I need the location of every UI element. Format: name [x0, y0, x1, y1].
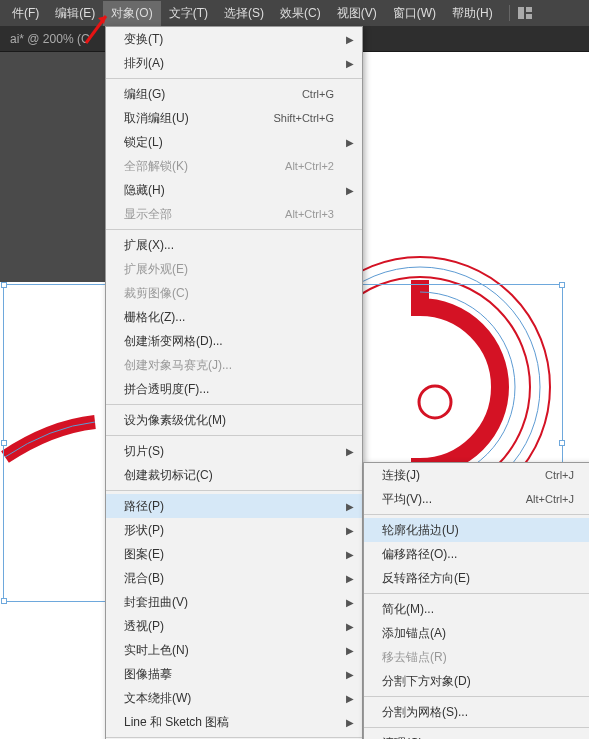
- object-menu-item-3[interactable]: 编组(G)Ctrl+G: [106, 82, 362, 106]
- submenu-arrow-icon: ▶: [346, 137, 354, 148]
- menu-window[interactable]: 窗口(W): [385, 1, 444, 26]
- object-menu-item-13[interactable]: 栅格化(Z)...: [106, 305, 362, 329]
- path-submenu-item-12[interactable]: 分割为网格(S)...: [364, 700, 589, 724]
- submenu-arrow-icon: ▶: [346, 717, 354, 728]
- path-submenu-item-1[interactable]: 平均(V)...Alt+Ctrl+J: [364, 487, 589, 511]
- svg-rect-0: [518, 7, 524, 19]
- object-menu-item-label: 取消编组(U): [124, 110, 253, 127]
- object-menu-item-shortcut: Alt+Ctrl+2: [285, 160, 334, 172]
- object-menu-item-27[interactable]: 封套扭曲(V)▶: [106, 590, 362, 614]
- object-menu-item-29[interactable]: 实时上色(N)▶: [106, 638, 362, 662]
- object-menu-item-1[interactable]: 排列(A)▶: [106, 51, 362, 75]
- object-menu-item-14[interactable]: 创建渐变网格(D)...: [106, 329, 362, 353]
- submenu-arrow-icon: ▶: [346, 597, 354, 608]
- menu-effect[interactable]: 效果(C): [272, 1, 329, 26]
- svg-rect-2: [526, 14, 532, 19]
- object-menu-item-20[interactable]: 切片(S)▶: [106, 439, 362, 463]
- submenu-arrow-icon: ▶: [346, 34, 354, 45]
- path-submenu-item-label: 移去锚点(R): [382, 649, 574, 666]
- artboard-background: [0, 52, 105, 282]
- menu-object[interactable]: 对象(O): [103, 1, 160, 26]
- svg-rect-1: [526, 7, 532, 12]
- path-submenu-item-5[interactable]: 反转路径方向(E): [364, 566, 589, 590]
- object-menu-item-5[interactable]: 锁定(L)▶: [106, 130, 362, 154]
- menu-file[interactable]: 件(F): [4, 1, 47, 26]
- selection-handle-mr[interactable]: [559, 440, 565, 446]
- menu-help[interactable]: 帮助(H): [444, 1, 501, 26]
- object-menu-item-32[interactable]: Line 和 Sketch 图稿▶: [106, 710, 362, 734]
- object-menu-dropdown: 变换(T)▶排列(A)▶编组(G)Ctrl+G取消编组(U)Shift+Ctrl…: [105, 26, 363, 739]
- path-submenu-item-label: 偏移路径(O)...: [382, 546, 574, 563]
- object-menu-item-label: 显示全部: [124, 206, 265, 223]
- selection-handle-ml[interactable]: [1, 440, 7, 446]
- object-menu-item-label: 形状(P): [124, 522, 334, 539]
- object-menu-item-18[interactable]: 设为像素级优化(M): [106, 408, 362, 432]
- path-submenu-item-0[interactable]: 连接(J)Ctrl+J: [364, 463, 589, 487]
- object-menu-item-label: 扩展外观(E): [124, 261, 334, 278]
- path-submenu-item-label: 分割下方对象(D): [382, 673, 574, 690]
- submenu-arrow-icon: ▶: [346, 185, 354, 196]
- submenu-arrow-icon: ▶: [346, 549, 354, 560]
- object-menu-separator: [106, 490, 362, 491]
- object-menu-item-label: 隐藏(H): [124, 182, 334, 199]
- object-menu-item-11: 扩展外观(E): [106, 257, 362, 281]
- object-menu-item-shortcut: Ctrl+G: [302, 88, 334, 100]
- path-submenu-item-9: 移去锚点(R): [364, 645, 589, 669]
- object-menu-item-label: 裁剪图像(C): [124, 285, 334, 302]
- menu-view[interactable]: 视图(V): [329, 1, 385, 26]
- object-menu-separator: [106, 78, 362, 79]
- object-menu-item-16[interactable]: 拼合透明度(F)...: [106, 377, 362, 401]
- path-submenu-item-14[interactable]: 清理(C)...: [364, 731, 589, 739]
- object-menu-item-label: 创建裁切标记(C): [124, 467, 334, 484]
- menu-type[interactable]: 文字(T): [161, 1, 216, 26]
- object-menu-item-label: 编组(G): [124, 86, 282, 103]
- path-submenu-item-label: 反转路径方向(E): [382, 570, 574, 587]
- object-menu-item-24[interactable]: 形状(P)▶: [106, 518, 362, 542]
- path-submenu-item-3[interactable]: 轮廓化描边(U): [364, 518, 589, 542]
- object-menu-item-label: 切片(S): [124, 443, 334, 460]
- path-submenu-item-label: 简化(M)...: [382, 601, 574, 618]
- object-menu-item-23[interactable]: 路径(P)▶: [106, 494, 362, 518]
- object-menu-separator: [106, 435, 362, 436]
- object-menu-item-label: 封套扭曲(V): [124, 594, 334, 611]
- selection-handle-bl[interactable]: [1, 598, 7, 604]
- submenu-arrow-icon: ▶: [346, 58, 354, 69]
- object-menu-item-label: 变换(T): [124, 31, 334, 48]
- object-menu-item-shortcut: Alt+Ctrl+3: [285, 208, 334, 220]
- object-menu-item-label: 图像描摹: [124, 666, 334, 683]
- object-menu-item-7[interactable]: 隐藏(H)▶: [106, 178, 362, 202]
- object-menu-item-label: Line 和 Sketch 图稿: [124, 714, 334, 731]
- path-submenu-item-label: 平均(V)...: [382, 491, 506, 508]
- object-menu-item-label: 文本绕排(W): [124, 690, 334, 707]
- path-submenu-item-10[interactable]: 分割下方对象(D): [364, 669, 589, 693]
- object-menu-item-label: 实时上色(N): [124, 642, 334, 659]
- path-submenu-item-shortcut: Alt+Ctrl+J: [526, 493, 574, 505]
- object-menu-separator: [106, 229, 362, 230]
- object-menu-item-0[interactable]: 变换(T)▶: [106, 27, 362, 51]
- object-menu-item-4[interactable]: 取消编组(U)Shift+Ctrl+G: [106, 106, 362, 130]
- path-submenu-separator: [364, 727, 589, 728]
- path-submenu-item-label: 清理(C)...: [382, 735, 574, 740]
- submenu-arrow-icon: ▶: [346, 621, 354, 632]
- path-submenu-item-7[interactable]: 简化(M)...: [364, 597, 589, 621]
- menu-select[interactable]: 选择(S): [216, 1, 272, 26]
- object-menu-item-label: 扩展(X)...: [124, 237, 334, 254]
- object-menu-item-31[interactable]: 文本绕排(W)▶: [106, 686, 362, 710]
- object-menu-item-30[interactable]: 图像描摹▶: [106, 662, 362, 686]
- path-submenu-item-8[interactable]: 添加锚点(A): [364, 621, 589, 645]
- object-menu-item-21[interactable]: 创建裁切标记(C): [106, 463, 362, 487]
- object-menu-item-label: 透视(P): [124, 618, 334, 635]
- selection-handle-tl[interactable]: [1, 282, 7, 288]
- path-submenu-separator: [364, 696, 589, 697]
- selection-handle-tr[interactable]: [559, 282, 565, 288]
- workspace-icon[interactable]: [518, 7, 532, 19]
- object-menu-item-label: 锁定(L): [124, 134, 334, 151]
- object-menu-item-28[interactable]: 透视(P)▶: [106, 614, 362, 638]
- object-menu-separator: [106, 404, 362, 405]
- menu-edit[interactable]: 编辑(E): [47, 1, 103, 26]
- object-menu-item-25[interactable]: 图案(E)▶: [106, 542, 362, 566]
- object-menu-separator: [106, 737, 362, 738]
- path-submenu-item-4[interactable]: 偏移路径(O)...: [364, 542, 589, 566]
- object-menu-item-10[interactable]: 扩展(X)...: [106, 233, 362, 257]
- object-menu-item-26[interactable]: 混合(B)▶: [106, 566, 362, 590]
